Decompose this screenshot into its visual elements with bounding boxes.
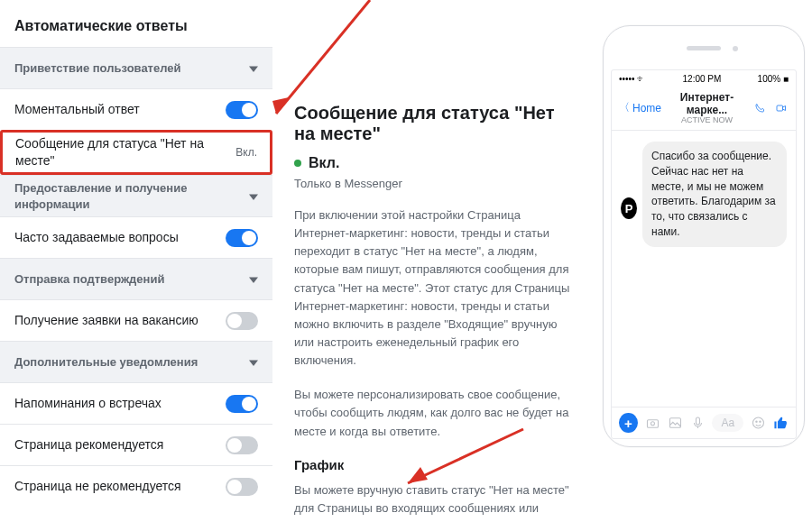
item-label: Страница не рекомендуется	[14, 478, 226, 495]
sidebar-section-info[interactable]: Предоставление и получение информации	[0, 175, 272, 216]
message-bubble: Спасибо за сообщение. Сейчас нас нет на …	[642, 142, 787, 247]
status-dot-icon	[294, 160, 301, 167]
sidebar-item-instant-reply[interactable]: Моментальный ответ	[0, 88, 272, 130]
back-button[interactable]: 〈 Home	[619, 100, 661, 115]
sidebar-item-faq[interactable]: Часто задаваемые вопросы	[0, 216, 272, 258]
message-composer: + Aa	[612, 407, 796, 438]
item-label: Страница рекомендуется	[14, 436, 226, 453]
phone-call-icon[interactable]	[752, 103, 767, 114]
sidebar-section-greeting[interactable]: Приветствие пользователей	[0, 47, 272, 88]
svg-point-11	[760, 421, 761, 422]
schedule-heading: График	[294, 457, 574, 472]
video-call-icon[interactable]	[774, 103, 789, 114]
chat-subtitle: ACTIVE NOW	[661, 115, 752, 124]
item-label: Часто задаваемые вопросы	[14, 229, 226, 246]
sidebar-item-job-application[interactable]: Получение заявки на вакансию	[0, 299, 272, 341]
sidebar: Автоматические ответы Приветствие пользо…	[0, 0, 272, 522]
phone-speaker-icon	[687, 46, 721, 50]
item-label: Напоминания о встречах	[14, 395, 226, 412]
toggle-faq[interactable]	[226, 229, 258, 247]
chat-title-block: Интернет-марке... ACTIVE NOW	[661, 91, 752, 124]
page-title: Сообщение для статуса "Нет на месте"	[294, 103, 574, 144]
add-attachment-button[interactable]: +	[619, 413, 638, 433]
chat-title: Интернет-марке...	[661, 91, 752, 116]
chevron-down-icon	[249, 358, 258, 367]
section-label: Дополнительные уведомления	[14, 354, 249, 371]
item-label: Сообщение для статуса "Нет на месте"	[15, 135, 230, 169]
sidebar-item-page-recommended[interactable]: Страница рекомендуется	[0, 424, 272, 465]
toggle-page-not-recommended[interactable]	[226, 478, 258, 496]
item-label: Получение заявки на вакансию	[14, 312, 226, 329]
gallery-icon[interactable]	[668, 416, 683, 430]
sidebar-section-confirmations[interactable]: Отправка подтверждений	[0, 258, 272, 299]
item-status: Вкл.	[235, 146, 257, 159]
toggle-page-recommended[interactable]	[226, 436, 258, 454]
svg-marker-1	[272, 97, 289, 114]
svg-rect-4	[777, 105, 783, 111]
svg-rect-7	[669, 418, 680, 428]
toggle-reminders[interactable]	[226, 395, 258, 413]
status-label: Вкл.	[309, 155, 339, 171]
microphone-icon[interactable]	[690, 416, 706, 430]
phone-status-bar: ••••• ᯤ 12:00 PM 100% ■	[612, 70, 796, 87]
status-subnote: Только в Messenger	[294, 177, 574, 190]
chevron-down-icon	[249, 64, 258, 73]
phone-camera-icon	[733, 46, 738, 51]
section-label: Приветствие пользователей	[14, 60, 249, 77]
svg-point-10	[756, 421, 757, 422]
item-label: Моментальный ответ	[14, 101, 226, 118]
description-2: Вы можете персонализировать свое сообщен…	[294, 386, 574, 440]
message-input[interactable]: Aa	[712, 414, 743, 432]
status-badge: Вкл.	[294, 155, 574, 171]
svg-point-6	[651, 422, 654, 426]
signal-icon: ••••• ᯤ	[619, 74, 646, 84]
svg-rect-5	[647, 420, 658, 428]
sidebar-item-page-not-recommended[interactable]: Страница не рекомендуется	[0, 465, 272, 507]
sidebar-title: Автоматические ответы	[0, 0, 272, 47]
phone-preview-column: ••••• ᯤ 12:00 PM 100% ■ 〈 Home Интернет-…	[595, 0, 812, 522]
section-label: Предоставление и получение информации	[14, 180, 249, 212]
svg-rect-8	[696, 417, 699, 425]
phone-battery: 100% ■	[758, 74, 789, 84]
sidebar-item-away-message[interactable]: Сообщение для статуса "Нет на месте" Вкл…	[0, 130, 272, 175]
phone-screen: ••••• ᯤ 12:00 PM 100% ■ 〈 Home Интернет-…	[611, 69, 797, 439]
toggle-job-application[interactable]	[226, 312, 258, 330]
chat-area: P Спасибо за сообщение. Сейчас нас нет н…	[612, 131, 796, 407]
sidebar-section-additional[interactable]: Дополнительные уведомления	[0, 341, 272, 382]
avatar: P	[621, 197, 637, 219]
description-1: При включении этой настройки Страница Ин…	[294, 206, 574, 370]
chevron-down-icon	[249, 275, 258, 284]
phone-mockup: ••••• ᯤ 12:00 PM 100% ■ 〈 Home Интернет-…	[603, 25, 805, 447]
camera-icon[interactable]	[645, 416, 660, 430]
messenger-navbar: 〈 Home Интернет-марке... ACTIVE NOW	[612, 87, 796, 131]
thumbs-up-icon[interactable]	[773, 415, 789, 431]
toggle-instant-reply[interactable]	[226, 101, 258, 119]
chevron-left-icon: 〈	[619, 100, 630, 115]
schedule-description: Вы можете вручную ставить статус "Нет на…	[294, 481, 574, 522]
section-label: Отправка подтверждений	[14, 271, 249, 288]
chevron-down-icon	[249, 192, 258, 201]
sidebar-item-reminders[interactable]: Напоминания о встречах	[0, 382, 272, 424]
svg-point-9	[753, 417, 764, 428]
back-label: Home	[632, 102, 661, 114]
main-panel: Сообщение для статуса "Нет на месте" Вкл…	[272, 0, 595, 522]
emoji-icon[interactable]	[751, 416, 766, 430]
phone-time: 12:00 PM	[683, 74, 722, 84]
